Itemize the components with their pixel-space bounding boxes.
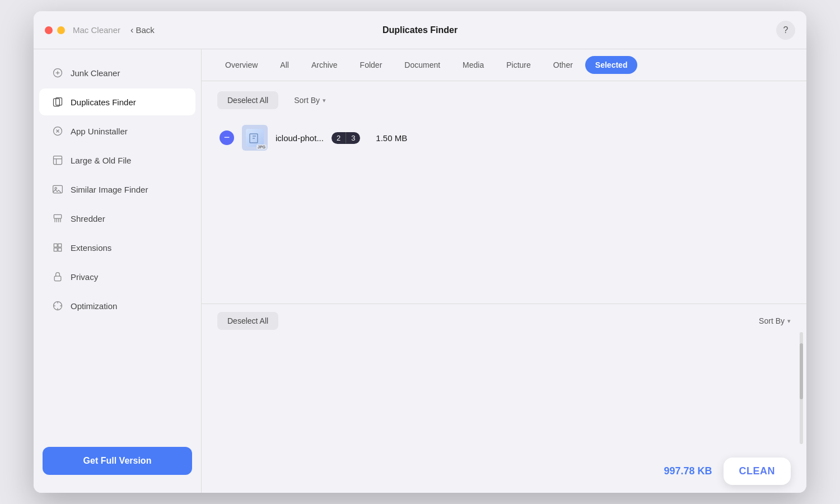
footer-bar: 997.78 KB CLEAN: [202, 450, 806, 493]
sidebar-item-junk-cleaner[interactable]: Junk Cleaner: [39, 59, 195, 86]
file-size: 1.50 MB: [376, 133, 407, 143]
extensions-icon: [52, 241, 64, 254]
scrollbar-track: [800, 332, 803, 444]
get-full-version-button[interactable]: Get Full Version: [43, 447, 192, 475]
sort-by-arrow-bottom: ▾: [787, 318, 791, 325]
file-type-label: JPG: [256, 144, 267, 150]
tab-bar: Overview All Archive Folder Document Med…: [202, 49, 806, 81]
sidebar-label-shredder: Shredder: [71, 214, 105, 223]
sidebar-label-optimization: Optimization: [71, 301, 117, 311]
file-deselect-button[interactable]: [220, 130, 234, 145]
sidebar-label-extensions: Extensions: [71, 243, 111, 253]
sidebar-item-similar-image-finder[interactable]: Similar Image Finder: [39, 176, 195, 203]
sidebar-item-extensions[interactable]: Extensions: [39, 234, 195, 261]
traffic-lights: [45, 26, 65, 34]
tab-picture[interactable]: Picture: [496, 56, 541, 74]
sidebar-label-app-uninstaller: App Uninstaller: [71, 127, 128, 136]
badge-count: 2 3: [332, 132, 360, 144]
svg-rect-4: [54, 156, 62, 165]
sidebar-label-large-old-file: Large & Old File: [71, 156, 131, 165]
clean-button[interactable]: CLEAN: [739, 465, 776, 477]
tab-folder[interactable]: Folder: [350, 56, 393, 74]
large-file-icon: [52, 154, 64, 166]
badge-total: 3: [346, 132, 360, 144]
sidebar-label-duplicates-finder: Duplicates Finder: [71, 97, 136, 107]
file-thumbnail: JPG: [242, 125, 268, 151]
tab-overview[interactable]: Overview: [215, 56, 268, 74]
title-bar: Mac Cleaner ‹ Back Duplicates Finder ?: [34, 11, 806, 49]
deselect-all-button-top[interactable]: Deselect All: [217, 91, 278, 109]
help-button[interactable]: ?: [776, 21, 795, 40]
back-label: Back: [136, 25, 154, 35]
main-content: Overview All Archive Folder Document Med…: [202, 49, 806, 493]
tab-archive[interactable]: Archive: [301, 56, 348, 74]
file-row: JPG icloud-phot... 2 3 1.50 MB: [217, 119, 791, 156]
sort-by-bottom[interactable]: Sort By ▾: [759, 316, 791, 325]
sort-by-top[interactable]: Sort By ▾: [294, 96, 326, 105]
duplicates-finder-icon: [52, 96, 64, 108]
privacy-icon: [52, 270, 64, 283]
shredder-icon: [52, 212, 64, 225]
tab-media[interactable]: Media: [452, 56, 494, 74]
badge-selected: 2: [332, 132, 346, 144]
tab-document[interactable]: Document: [394, 56, 450, 74]
optimization-icon: [52, 300, 64, 312]
body: Junk Cleaner Duplicates Finder App Unins…: [34, 49, 806, 493]
bottom-section: Deselect All Sort By ▾: [202, 304, 806, 450]
tab-other[interactable]: Other: [543, 56, 583, 74]
sidebar-item-large-old-file[interactable]: Large & Old File: [39, 147, 195, 174]
svg-rect-8: [54, 276, 61, 281]
bottom-section-header: Deselect All Sort By ▾: [217, 312, 791, 330]
file-badges: 2 3: [332, 132, 360, 144]
similar-image-icon: [52, 183, 64, 195]
window-title: Duplicates Finder: [382, 25, 458, 35]
file-name: icloud-phot...: [276, 133, 324, 143]
back-arrow-icon: ‹: [130, 25, 133, 35]
sidebar-label-similar-image-finder: Similar Image Finder: [71, 185, 148, 194]
sidebar-label-junk-cleaner: Junk Cleaner: [71, 68, 120, 78]
svg-point-6: [55, 188, 57, 189]
sort-by-label-top: Sort By: [294, 96, 320, 105]
top-section-header: Deselect All Sort By ▾: [217, 91, 791, 109]
deselect-all-button-bottom[interactable]: Deselect All: [217, 312, 278, 330]
svg-rect-7: [54, 214, 61, 218]
sort-by-arrow-top: ▾: [323, 97, 326, 104]
app-uninstaller-icon: [52, 125, 64, 137]
sidebar-label-privacy: Privacy: [71, 272, 98, 282]
footer-size: 997.78 KB: [664, 465, 712, 477]
tab-selected[interactable]: Selected: [585, 56, 638, 74]
sort-by-label-bottom: Sort By: [759, 316, 785, 325]
app-window: Mac Cleaner ‹ Back Duplicates Finder ? J…: [34, 11, 806, 493]
sidebar-item-privacy[interactable]: Privacy: [39, 263, 195, 290]
scrollbar-thumb[interactable]: [800, 343, 803, 399]
svg-rect-5: [53, 185, 63, 193]
sidebar-item-shredder[interactable]: Shredder: [39, 205, 195, 232]
minimize-button[interactable]: [57, 26, 65, 34]
junk-cleaner-icon: [52, 67, 64, 79]
content-area: Deselect All Sort By ▾: [202, 81, 806, 493]
sidebar: Junk Cleaner Duplicates Finder App Unins…: [34, 49, 202, 493]
app-name: Mac Cleaner: [73, 25, 120, 35]
back-button[interactable]: ‹ Back: [130, 25, 155, 35]
sidebar-item-duplicates-finder[interactable]: Duplicates Finder: [39, 88, 195, 115]
top-section: Deselect All Sort By ▾: [202, 81, 806, 304]
sidebar-item-optimization[interactable]: Optimization: [39, 292, 195, 319]
sidebar-item-app-uninstaller[interactable]: App Uninstaller: [39, 118, 195, 144]
tab-all[interactable]: All: [270, 56, 299, 74]
clean-button-wrap: CLEAN: [724, 458, 791, 485]
close-button[interactable]: [45, 26, 53, 34]
